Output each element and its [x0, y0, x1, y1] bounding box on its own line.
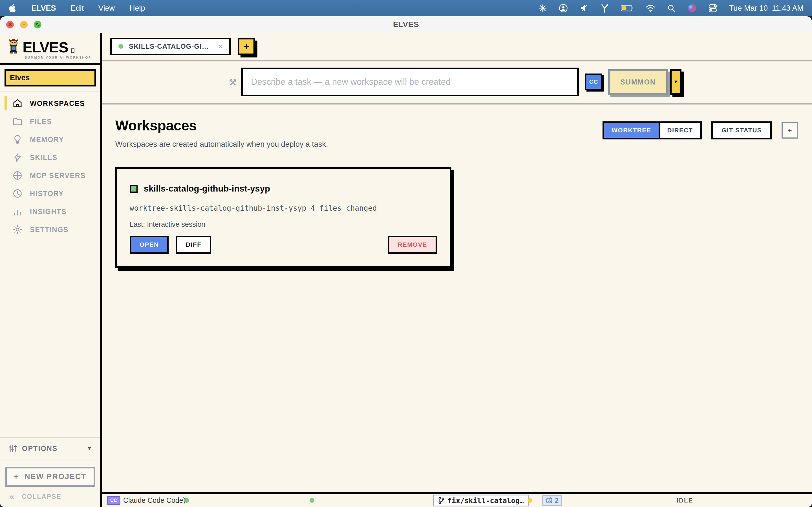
logo-wordmark: ELVES	[22, 41, 68, 54]
status-bar: CC Claude Code Code) fix/skill-catalog…	[102, 492, 812, 507]
direct-toggle-button[interactable]: DIRECT	[659, 123, 700, 138]
folder-icon	[12, 117, 22, 126]
task-input[interactable]	[241, 68, 579, 96]
summon-dropdown-button[interactable]: ▼	[670, 69, 681, 95]
workspace-card: skills-catalog-github-inst-ysyp worktree…	[115, 167, 451, 268]
sidebar: ELVES SUMMON YOUR AI WORKSHOP Elves WORK…	[0, 33, 102, 507]
agent-count-badge[interactable]: 2	[542, 495, 562, 506]
control-center-icon[interactable]	[708, 3, 717, 14]
sidebar-item-files[interactable]: FILES	[0, 112, 100, 130]
macos-menu-bar: ELVES Edit View Help Tue	[0, 0, 812, 16]
remove-button[interactable]: REMOVE	[388, 236, 437, 254]
clock-icon	[12, 189, 22, 198]
bolt-icon	[12, 153, 22, 162]
sidebar-options-toggle[interactable]: OPTIONS ▼	[0, 438, 100, 459]
collapse-sidebar-button[interactable]: « COLLAPSE	[0, 487, 100, 507]
tab-status-dot	[118, 44, 123, 49]
open-button[interactable]: OPEN	[130, 236, 168, 254]
circle-plus-icon	[12, 171, 22, 180]
robot-icon	[546, 497, 553, 504]
git-status-button[interactable]: GIT STATUS	[711, 121, 772, 139]
status-dot-green	[184, 494, 189, 507]
zoom-window-button[interactable]	[34, 21, 42, 29]
sliders-icon	[8, 444, 17, 453]
battery-icon[interactable]	[621, 3, 634, 14]
search-icon[interactable]	[667, 3, 675, 14]
status-dot-green	[310, 494, 314, 507]
worktree-toggle-button[interactable]: WORKTREE	[604, 123, 658, 138]
close-tab-icon[interactable]: ×	[218, 43, 222, 50]
wifi-icon[interactable]	[646, 3, 655, 14]
home-icon	[12, 99, 22, 108]
workspace-last-session: Last: Interactive session	[130, 220, 437, 228]
project-selector[interactable]: Elves	[4, 69, 96, 87]
model-label: Claude Code Code)	[123, 494, 186, 507]
summon-button[interactable]: SUMMON	[608, 69, 668, 95]
plus-icon: +	[14, 472, 19, 481]
workspace-detail: worktree-skills-catalog-github-inst-ysyp…	[130, 204, 437, 212]
workspace-status-icon	[130, 185, 138, 193]
workspaces-panel: Workspaces Workspaces are created automa…	[102, 105, 812, 492]
siri-icon[interactable]	[688, 3, 696, 14]
add-workspace-button[interactable]: +	[781, 122, 798, 138]
cc-status-badge: CC	[107, 494, 120, 507]
sidebar-item-insights[interactable]: INSIGHTS	[0, 203, 100, 221]
tab-skills-catalog[interactable]: SKILLS-CATALOG-GI… ×	[110, 38, 231, 55]
sidebar-item-mcp-servers[interactable]: MCP SERVERS	[0, 166, 100, 184]
workspace-tab-bar: SKILLS-CATALOG-GI… × +	[102, 33, 812, 60]
git-branch-icon	[438, 497, 445, 504]
chevrons-left-icon: «	[10, 492, 15, 501]
sidebar-item-skills[interactable]: SKILLS	[0, 149, 100, 166]
options-label: OPTIONS	[22, 445, 58, 453]
git-branch-button[interactable]: fix/skill-catalog…	[433, 495, 529, 506]
hammers-icon: ⚒	[229, 77, 237, 88]
fork-icon[interactable]	[601, 3, 609, 14]
sidebar-item-settings[interactable]: SETTINGS	[0, 221, 100, 238]
elves-app-window: ✕ – ELVES ELVES SUMMON YOUR AI WORKSHOP …	[0, 16, 812, 507]
page-subtitle: Workspaces are created automatically whe…	[115, 140, 328, 149]
workspace-name: skills-catalog-github-inst-ysyp	[144, 184, 270, 194]
menu-clock[interactable]: Tue Mar 10 11:43 AM	[729, 4, 804, 13]
sidebar-item-workspaces[interactable]: WORKSPACES	[0, 94, 100, 112]
menu-app-name[interactable]: ELVES	[32, 4, 56, 13]
lightbulb-icon	[12, 135, 22, 144]
sidebar-nav: WORKSPACES FILES MEMORY	[0, 94, 100, 238]
add-tab-button[interactable]: +	[238, 38, 255, 55]
menu-edit[interactable]: Edit	[71, 4, 84, 13]
diff-button[interactable]: DIFF	[176, 236, 211, 254]
main-area: SKILLS-CATALOG-GI… × + ⚒ CC SUMMON ▼	[102, 33, 812, 507]
gear-icon	[12, 225, 22, 234]
mode-toggle: WORKTREE DIRECT	[603, 121, 702, 139]
logo-tagline: SUMMON YOUR AI WORKSHOP	[25, 56, 93, 59]
logo-superscript-glyph	[71, 48, 74, 53]
cc-agent-button[interactable]: CC	[585, 73, 602, 90]
sidebar-item-memory[interactable]: MEMORY	[0, 130, 100, 149]
task-composer: ⚒ CC SUMMON ▼	[102, 61, 812, 103]
bar-chart-icon	[12, 207, 22, 216]
user-circle-icon[interactable]	[559, 3, 568, 14]
window-title: ELVES	[393, 20, 419, 29]
workspaces-toolbar: WORKTREE DIRECT GIT STATUS +	[603, 121, 798, 139]
sparkle-icon[interactable]	[539, 3, 547, 14]
chevron-down-icon: ▼	[87, 446, 92, 452]
status-dot-yellow	[527, 494, 532, 507]
window-title-bar[interactable]: ✕ – ELVES	[0, 16, 812, 33]
elf-mascot-icon	[7, 38, 20, 54]
apple-logo-icon[interactable]	[8, 3, 17, 13]
summon-button-group: SUMMON ▼	[608, 69, 681, 95]
new-project-button[interactable]: + NEW PROJECT	[5, 467, 95, 487]
menu-help[interactable]: Help	[130, 4, 145, 13]
idle-state-label: IDLE	[677, 494, 693, 507]
volume-muted-icon[interactable]	[580, 3, 589, 14]
minimize-window-button[interactable]: –	[20, 21, 28, 29]
close-window-button[interactable]: ✕	[6, 21, 14, 29]
page-title: Workspaces	[115, 117, 328, 134]
app-logo: ELVES SUMMON YOUR AI WORKSHOP	[0, 33, 100, 65]
menu-view[interactable]: View	[98, 4, 115, 13]
sidebar-item-history[interactable]: HISTORY	[0, 184, 100, 203]
sidebar-divider	[0, 92, 100, 92]
